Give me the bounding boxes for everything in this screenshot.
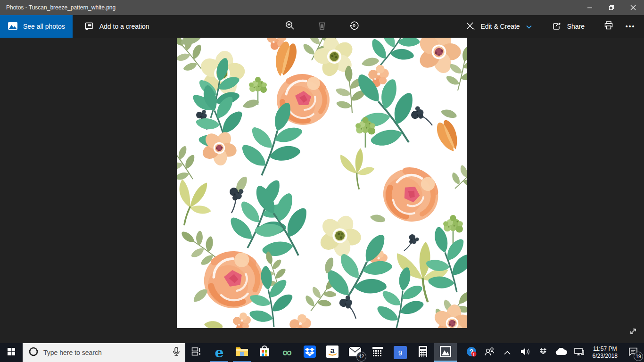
- share-icon: [552, 21, 562, 33]
- close-button[interactable]: [622, 0, 644, 15]
- volume-icon: [520, 347, 530, 358]
- clock-date: 6/23/2018: [593, 353, 618, 360]
- rotate-button[interactable]: [343, 15, 365, 38]
- taskbar-app-dropbox[interactable]: [298, 343, 321, 362]
- taskbar-app-file-explorer[interactable]: [231, 343, 253, 362]
- onedrive-tray-button[interactable]: [552, 343, 570, 362]
- amazon-icon: a: [326, 345, 339, 360]
- add-to-creation-icon: [84, 21, 94, 33]
- delete-button[interactable]: [311, 15, 333, 38]
- volume-tray-button[interactable]: [516, 343, 534, 362]
- taskbar-app-photos[interactable]: [434, 343, 457, 362]
- zoom-button[interactable]: [279, 15, 301, 38]
- network-icon: [573, 347, 585, 358]
- delete-icon: [317, 20, 327, 33]
- see-more-button[interactable]: •••: [619, 15, 641, 38]
- window-title: Photos - Tuscan_breeze_pattern_white.png: [0, 4, 579, 11]
- taskbar-app-calculator[interactable]: [412, 343, 434, 362]
- taskbar-search[interactable]: [23, 343, 185, 362]
- task-view-button[interactable]: [185, 343, 208, 362]
- action-center-button[interactable]: 19: [622, 343, 644, 362]
- edit-create-button[interactable]: Edit & Create: [457, 15, 539, 38]
- center-toolbar: [279, 15, 365, 38]
- chevron-down-icon: [526, 23, 532, 30]
- people-icon: [484, 347, 495, 358]
- minimize-button[interactable]: [579, 0, 601, 15]
- taskbar-app-edge[interactable]: e: [208, 343, 231, 362]
- help-icon: ? !: [466, 346, 477, 359]
- people-tray-button[interactable]: [480, 343, 498, 362]
- taskbar: e ∞: [0, 343, 644, 362]
- rotate-icon: [348, 20, 360, 33]
- infinity-app-icon: ∞: [282, 346, 292, 359]
- edit-create-label: Edit & Create: [480, 23, 520, 30]
- share-label: Share: [567, 23, 585, 30]
- calendar-icon: [372, 346, 384, 360]
- help-tray-button[interactable]: ? !: [462, 343, 480, 362]
- svg-text:!: !: [473, 352, 474, 357]
- window-controls: [579, 0, 644, 15]
- network-tray-button[interactable]: [570, 343, 588, 362]
- edge-icon: e: [215, 346, 223, 360]
- search-input[interactable]: [43, 349, 167, 356]
- photos-collection-icon: [8, 21, 18, 33]
- taskbar-app-mail[interactable]: 42: [344, 343, 366, 362]
- restore-icon: [609, 5, 614, 10]
- dropbox-icon: [303, 345, 316, 360]
- windows-logo-icon: [8, 348, 15, 357]
- add-to-creation-label: Add to a creation: [99, 23, 149, 30]
- see-all-photos-button[interactable]: See all photos: [0, 15, 73, 38]
- photo-image[interactable]: [177, 38, 467, 328]
- onedrive-icon: [555, 348, 567, 357]
- fullscreen-button[interactable]: [626, 325, 640, 339]
- microsoft-store-icon: [258, 346, 271, 360]
- right-toolbar: Edit & Create Share: [457, 15, 641, 38]
- notification-badge: 19: [634, 352, 643, 361]
- minimize-icon: [587, 5, 593, 10]
- print-button[interactable]: [598, 15, 619, 38]
- see-more-icon: •••: [626, 23, 636, 30]
- photos-app-icon: [439, 345, 452, 360]
- command-bar: See all photos Add to a creation: [0, 15, 644, 38]
- mail-badge: 42: [356, 352, 366, 362]
- taskbar-clock[interactable]: 11:57 PM 6/23/2018: [588, 343, 622, 362]
- taskbar-app-infinity[interactable]: ∞: [276, 343, 298, 362]
- zoom-icon: [285, 20, 295, 33]
- task-view-icon: [191, 347, 202, 358]
- close-icon: [630, 5, 636, 10]
- taskbar-app-microsoft-store[interactable]: [253, 343, 276, 362]
- svg-text:a: a: [330, 346, 335, 354]
- see-all-photos-label: See all photos: [23, 23, 65, 30]
- share-button[interactable]: Share: [544, 15, 592, 38]
- edit-create-icon: [465, 21, 475, 33]
- file-explorer-icon: [235, 346, 248, 359]
- title-bar: Photos - Tuscan_breeze_pattern_white.png: [0, 0, 644, 15]
- taskbar-app-calendar[interactable]: [366, 343, 389, 362]
- clock-time: 11:57 PM: [593, 346, 617, 353]
- add-to-creation-button[interactable]: Add to a creation: [76, 15, 157, 38]
- maximize-restore-button[interactable]: [601, 0, 622, 15]
- cortana-icon: [28, 346, 39, 359]
- show-hidden-icons-button[interactable]: [498, 343, 516, 362]
- calculator-icon: [417, 346, 429, 360]
- taskbar-app-google-calendar[interactable]: 9: [389, 343, 412, 362]
- dropbox-tray-button[interactable]: [534, 343, 552, 362]
- system-tray: ? !: [462, 343, 644, 362]
- google-calendar-icon: 9: [394, 346, 407, 359]
- start-button[interactable]: [0, 343, 23, 362]
- taskbar-app-amazon[interactable]: a: [321, 343, 344, 362]
- google-calendar-day: 9: [398, 349, 402, 357]
- print-icon: [603, 20, 614, 33]
- photo-viewer-canvas: [0, 38, 644, 343]
- expand-icon: [628, 327, 638, 338]
- microphone-icon[interactable]: [172, 346, 181, 359]
- chevron-up-icon: [504, 348, 511, 357]
- dropbox-tray-icon: [538, 347, 548, 358]
